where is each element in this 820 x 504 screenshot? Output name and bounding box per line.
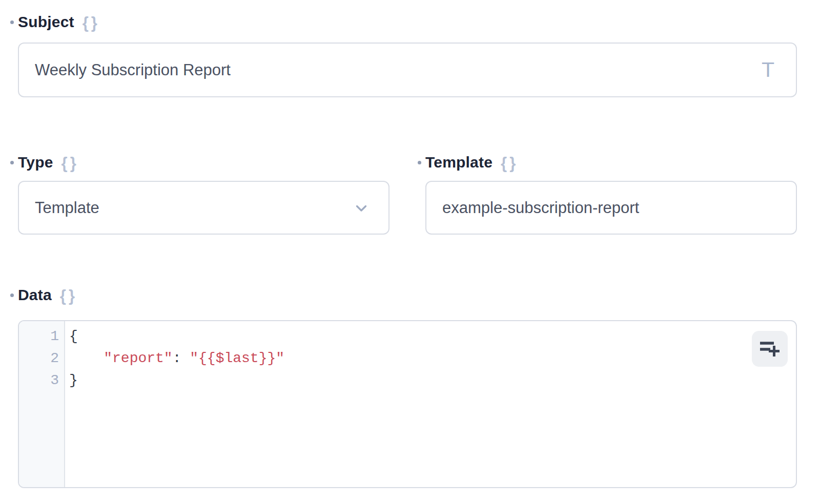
code-line-1[interactable]: {: [69, 325, 796, 347]
code-line-3[interactable]: }: [69, 369, 796, 391]
code-token: }: [69, 372, 78, 388]
line-number: 3: [19, 369, 59, 391]
expression-braces-icon[interactable]: {}: [61, 154, 79, 171]
line-number-gutter: 1 2 3: [19, 321, 65, 487]
template-label: Template: [425, 154, 493, 171]
subject-input[interactable]: Weekly Subscription Report T: [18, 43, 797, 97]
subject-label-row: Subject {}: [10, 14, 797, 30]
subject-value[interactable]: Weekly Subscription Report: [35, 61, 762, 79]
data-label: Data: [18, 286, 52, 304]
code-token-value: "{{$last}}": [190, 350, 284, 366]
line-number: 2: [19, 347, 59, 369]
expression-braces-icon[interactable]: {}: [60, 287, 77, 304]
type-field: Type {} Template: [18, 154, 389, 235]
template-input[interactable]: example-subscription-report: [425, 181, 797, 235]
line-number: 1: [19, 325, 59, 347]
required-dot: [10, 20, 14, 24]
type-select[interactable]: Template: [18, 181, 389, 235]
type-template-row: Type {} Template Template {} example-sub…: [18, 154, 797, 235]
expression-braces-icon[interactable]: {}: [83, 14, 100, 31]
type-label: Type: [18, 154, 53, 171]
template-value[interactable]: example-subscription-report: [442, 199, 782, 217]
chevron-down-icon[interactable]: [353, 199, 374, 217]
template-label-row: Template {}: [418, 154, 797, 171]
code-line-2[interactable]: "report": "{{$last}}": [69, 347, 796, 369]
text-type-icon[interactable]: T: [762, 58, 782, 82]
data-label-row: Data {}: [10, 287, 797, 303]
required-dot: [10, 293, 14, 297]
node-config-form: Subject {} Weekly Subscription Report T …: [0, 0, 820, 488]
playlist-add-icon: [760, 340, 780, 358]
type-selected-value[interactable]: Template: [35, 199, 353, 217]
code-content[interactable]: { "report": "{{$last}}" }: [65, 321, 796, 487]
code-token-separator: :: [173, 350, 190, 366]
type-label-row: Type {}: [10, 154, 389, 171]
code-indent: [69, 350, 104, 366]
data-code-editor[interactable]: 1 2 3 { "report": "{{$last}}" }: [18, 320, 797, 488]
subject-label: Subject: [18, 13, 74, 31]
code-token-key: "report": [104, 350, 172, 366]
required-dot: [10, 161, 14, 164]
required-dot: [418, 161, 421, 164]
subject-field: Subject {} Weekly Subscription Report T: [18, 14, 797, 97]
data-field: Data {} 1 2 3 { "report": "{{$last}}" }: [18, 287, 797, 488]
template-field: Template {} example-subscription-report: [425, 154, 797, 235]
insert-data-button[interactable]: [752, 331, 788, 367]
expression-braces-icon[interactable]: {}: [501, 154, 518, 171]
code-token: {: [69, 328, 78, 344]
